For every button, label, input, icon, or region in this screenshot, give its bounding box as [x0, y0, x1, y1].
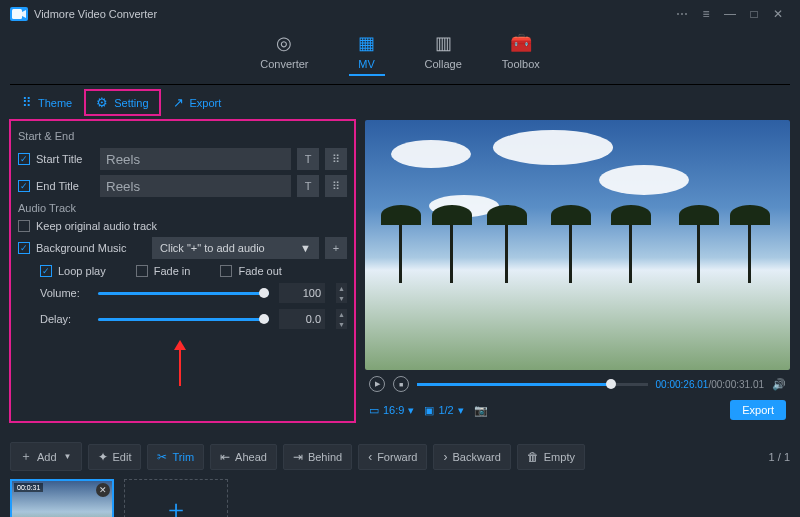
nav-label: MV [358, 58, 375, 70]
forward-icon: ‹ [368, 450, 372, 464]
close-icon[interactable]: ✕ [766, 7, 790, 21]
behind-icon: ⇥ [293, 450, 303, 464]
export-button[interactable]: Export [730, 400, 786, 420]
volume-icon[interactable]: 🔊 [772, 378, 786, 391]
backward-icon: › [443, 450, 447, 464]
start-title-input[interactable] [100, 148, 291, 170]
preview-area: ▶ ■ 00:00:26.01/00:00:31.01 🔊 ▭ 16:9 ▾ ▣… [365, 120, 790, 422]
maximize-icon[interactable]: □ [742, 7, 766, 21]
menu-icon[interactable]: ≡ [694, 7, 718, 21]
tab-label: Setting [114, 97, 148, 109]
aspect-ratio-dropdown[interactable]: ▭ 16:9 ▾ [369, 404, 414, 417]
fadein-checkbox[interactable]: ✓ [136, 265, 148, 277]
start-end-header: Start & End [18, 130, 347, 142]
timecode: 00:00:26.01/00:00:31.01 [656, 379, 764, 390]
volume-slider[interactable] [98, 286, 269, 300]
btn-label: Ahead [235, 451, 267, 463]
tab-export[interactable]: ↗ Export [161, 89, 234, 116]
keep-original-label: Keep original audio track [36, 220, 157, 232]
end-title-label: End Title [36, 180, 94, 192]
tab-label: Theme [38, 97, 72, 109]
fadeout-checkbox[interactable]: ✓ [220, 265, 232, 277]
zoom-dropdown[interactable]: ▣ 1/2 ▾ [424, 404, 463, 417]
behind-button[interactable]: ⇥Behind [283, 444, 352, 470]
chevron-down-icon: ▾ [408, 404, 414, 417]
tab-theme[interactable]: ⠿ Theme [10, 89, 84, 116]
btn-label: Forward [377, 451, 417, 463]
minimize-icon[interactable]: — [718, 7, 742, 21]
tab-setting[interactable]: ⚙ Setting [84, 89, 160, 116]
keep-original-checkbox[interactable]: ✓ [18, 220, 30, 232]
audio-track-header: Audio Track [18, 202, 347, 214]
time-total: 00:00:31.01 [711, 379, 764, 390]
loop-checkbox[interactable]: ✓ [40, 265, 52, 277]
edit-button[interactable]: ✦Edit [88, 444, 142, 470]
text-layout-button[interactable]: ⠿ [325, 148, 347, 170]
fadein-label: Fade in [154, 265, 191, 277]
collage-icon: ▥ [435, 32, 452, 54]
trim-button[interactable]: ✂Trim [147, 444, 204, 470]
snapshot-icon[interactable]: 📷 [474, 404, 488, 417]
ahead-button[interactable]: ⇤Ahead [210, 444, 277, 470]
text-style-button[interactable]: T [297, 175, 319, 197]
aspect-icon: ▭ [369, 404, 379, 417]
time-current: 00:00:26.01 [656, 379, 709, 390]
chevron-down-icon: ▼ [64, 452, 72, 461]
btn-label: Empty [544, 451, 575, 463]
converter-icon: ◎ [276, 32, 292, 54]
svg-rect-1 [12, 9, 22, 19]
delay-stepper[interactable]: ▲▼ [335, 309, 347, 329]
clip-duration: 00:0:31 [14, 483, 43, 492]
empty-button[interactable]: 🗑Empty [517, 444, 585, 470]
text-style-button[interactable]: T [297, 148, 319, 170]
export-icon: ↗ [173, 95, 184, 110]
nav-label: Toolbox [502, 58, 540, 70]
bg-music-checkbox[interactable]: ✓ [18, 242, 30, 254]
timeline-slider[interactable] [417, 383, 648, 386]
page-indicator: 1 / 1 [769, 451, 790, 463]
bg-music-label: Background Music [36, 242, 146, 254]
add-audio-button[interactable]: + [325, 237, 347, 259]
text-layout-button[interactable]: ⠿ [325, 175, 347, 197]
volume-stepper[interactable]: ▲▼ [335, 283, 347, 303]
end-title-input[interactable] [100, 175, 291, 197]
volume-value: 100 [279, 283, 325, 303]
add-clip-slot[interactable]: ＋ [124, 479, 228, 517]
zoom-value: 1/2 [438, 404, 453, 416]
stop-button[interactable]: ■ [393, 376, 409, 392]
delay-label: Delay: [40, 313, 88, 325]
delay-slider[interactable] [98, 312, 269, 326]
app-logo-icon [10, 7, 28, 21]
mv-icon: ▦ [358, 32, 375, 54]
wand-icon: ✦ [98, 450, 108, 464]
aspect-value: 16:9 [383, 404, 404, 416]
zoom-icon: ▣ [424, 404, 434, 417]
remove-clip-icon[interactable]: ✕ [96, 483, 110, 497]
btn-label: Edit [113, 451, 132, 463]
plus-icon: ＋ [20, 448, 32, 465]
btn-label: Add [37, 451, 57, 463]
nav-collage[interactable]: ▥ Collage [425, 32, 462, 76]
start-title-checkbox[interactable]: ✓ [18, 153, 30, 165]
backward-button[interactable]: ›Backward [433, 444, 510, 470]
feedback-icon[interactable]: ⋯ [670, 7, 694, 21]
video-preview[interactable] [365, 120, 790, 370]
chevron-down-icon: ▾ [458, 404, 464, 417]
scissors-icon: ✂ [157, 450, 167, 464]
start-title-label: Start Title [36, 153, 94, 165]
end-title-checkbox[interactable]: ✓ [18, 180, 30, 192]
nav-label: Converter [260, 58, 308, 70]
clip-thumbnail[interactable]: 00:0:31 ✕ ▷ 🔇 ★ ✂ [10, 479, 114, 517]
bg-music-dropdown[interactable]: Click "+" to add audio ▼ [152, 237, 319, 259]
nav-mv[interactable]: ▦ MV [349, 32, 385, 76]
nav-converter[interactable]: ◎ Converter [260, 32, 308, 76]
btn-label: Backward [452, 451, 500, 463]
nav-toolbox[interactable]: 🧰 Toolbox [502, 32, 540, 76]
fadeout-label: Fade out [238, 265, 281, 277]
settings-panel: Start & End ✓ Start Title T ⠿ ✓ End Titl… [10, 120, 355, 422]
play-button[interactable]: ▶ [369, 376, 385, 392]
ahead-icon: ⇤ [220, 450, 230, 464]
forward-button[interactable]: ‹Forward [358, 444, 427, 470]
toolbox-icon: 🧰 [510, 32, 532, 54]
add-button[interactable]: ＋Add▼ [10, 442, 82, 471]
